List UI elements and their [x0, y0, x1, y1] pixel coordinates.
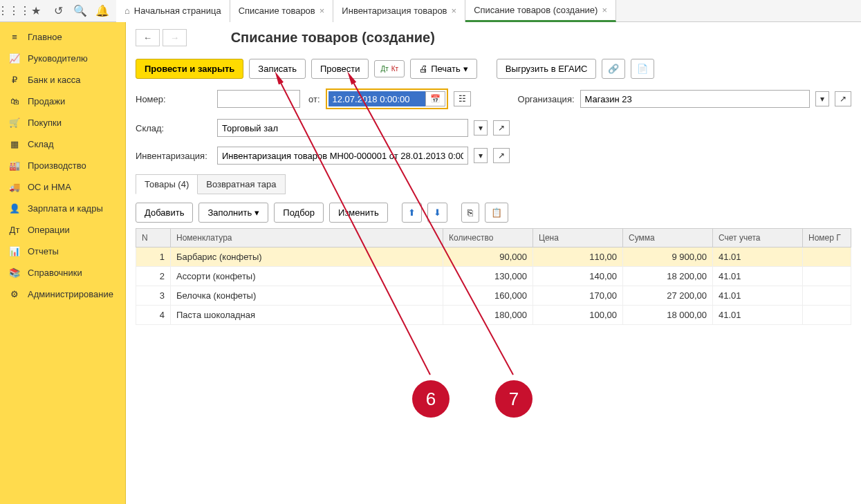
- fill-button[interactable]: Заполнить ▾: [198, 203, 268, 223]
- tab[interactable]: Списание товаров×: [230, 0, 334, 22]
- warehouse-open-icon[interactable]: ↗: [493, 120, 510, 136]
- post-button[interactable]: Провести: [311, 59, 369, 79]
- cell[interactable]: 90,000: [443, 248, 533, 267]
- sidebar-item[interactable]: 🛍Продажи: [0, 91, 125, 112]
- sidebar-item[interactable]: 👤Зарплата и кадры: [0, 198, 125, 219]
- col-nomenclature[interactable]: Номенклатура: [171, 229, 443, 248]
- tab-label: Списание товаров (создание): [474, 5, 598, 15]
- cell[interactable]: 41.01: [713, 306, 803, 325]
- table-row[interactable]: 3Белочка (конфеты)160,000170,0027 200,00…: [136, 286, 851, 306]
- forward-button[interactable]: →: [163, 29, 187, 46]
- warehouse-dropdown-icon[interactable]: ▾: [474, 120, 488, 136]
- sidebar-item[interactable]: ₽Банк и касса: [0, 69, 125, 91]
- back-button[interactable]: ←: [136, 29, 160, 46]
- apps-icon[interactable]: ⋮⋮⋮: [6, 3, 22, 19]
- cell[interactable]: 9 900,00: [623, 248, 713, 267]
- tab[interactable]: Инвентаризация товаров×: [333, 0, 465, 22]
- table-row[interactable]: 2Ассорти (конфеты)130,000140,0018 200,00…: [136, 267, 851, 286]
- move-up-button[interactable]: ⬆: [402, 203, 422, 223]
- date-input[interactable]: [328, 91, 425, 106]
- add-button[interactable]: Добавить: [136, 203, 193, 223]
- cell[interactable]: [803, 306, 851, 325]
- col-qty[interactable]: Количество: [443, 229, 533, 248]
- cell[interactable]: 18 200,00: [623, 267, 713, 286]
- paste-button[interactable]: 📋: [485, 203, 508, 223]
- col-n[interactable]: N: [136, 229, 171, 248]
- table-row[interactable]: 4Паста шоколадная180,000100,0018 000,004…: [136, 306, 851, 325]
- org-open-icon[interactable]: ↗: [835, 91, 851, 106]
- number-input[interactable]: [217, 90, 300, 108]
- dtkt-button[interactable]: ДтКт: [374, 60, 405, 77]
- star-icon[interactable]: ★: [28, 3, 44, 19]
- report-button[interactable]: 📄: [631, 59, 654, 79]
- move-down-button[interactable]: ⬇: [427, 203, 447, 223]
- date-extra-button[interactable]: ☷: [454, 91, 471, 106]
- org-input[interactable]: [580, 90, 810, 108]
- cell[interactable]: 180,000: [443, 306, 533, 325]
- cell[interactable]: Паста шоколадная: [171, 306, 443, 325]
- egais-button[interactable]: Выгрузить в ЕГАИС: [497, 59, 597, 79]
- post-close-button[interactable]: Провести и закрыть: [136, 59, 243, 79]
- sidebar-item[interactable]: 📊Отчеты: [0, 241, 125, 262]
- inventory-open-icon[interactable]: ↗: [493, 148, 510, 163]
- cell[interactable]: 140,00: [533, 267, 623, 286]
- inner-tab[interactable]: Возвратная тара: [197, 174, 285, 194]
- history-icon[interactable]: ↺: [50, 3, 66, 19]
- col-sum[interactable]: Сумма: [623, 229, 713, 248]
- close-icon[interactable]: ×: [320, 6, 325, 16]
- sidebar-label: Покупки: [28, 118, 62, 128]
- cell[interactable]: Белочка (конфеты): [171, 286, 443, 306]
- col-gtd[interactable]: Номер Г: [803, 229, 851, 248]
- cell[interactable]: 100,00: [533, 306, 623, 325]
- sidebar-item[interactable]: 🏭Производство: [0, 155, 125, 176]
- inner-tab[interactable]: Товары (4): [136, 174, 198, 194]
- warehouse-input[interactable]: [217, 119, 468, 137]
- sidebar-item[interactable]: ≡Главное: [0, 26, 125, 48]
- sidebar-item[interactable]: ДтОперации: [0, 219, 125, 241]
- sidebar-item[interactable]: 🛒Покупки: [0, 112, 125, 133]
- sidebar-item[interactable]: ▦Склад: [0, 133, 125, 155]
- table-row[interactable]: 1Барбарис (конфеты)90,000110,009 900,004…: [136, 248, 851, 267]
- cell[interactable]: Ассорти (конфеты): [171, 267, 443, 286]
- cell[interactable]: 130,000: [443, 267, 533, 286]
- cell[interactable]: 18 000,00: [623, 306, 713, 325]
- sidebar-item[interactable]: 📈Руководителю: [0, 48, 125, 69]
- cell[interactable]: 3: [136, 286, 171, 306]
- top-toolbar: ⋮⋮⋮ ★ ↺ 🔍 🔔 ⌂Начальная страницаСписание …: [0, 0, 861, 22]
- cell[interactable]: [803, 267, 851, 286]
- save-button[interactable]: Записать: [249, 59, 306, 79]
- cell[interactable]: 170,00: [533, 286, 623, 306]
- copy-button[interactable]: ⎘: [461, 203, 479, 223]
- close-icon[interactable]: ×: [602, 5, 607, 15]
- cell[interactable]: 160,000: [443, 286, 533, 306]
- col-price[interactable]: Цена: [533, 229, 623, 248]
- cell[interactable]: 2: [136, 267, 171, 286]
- cell[interactable]: 1: [136, 248, 171, 267]
- tab[interactable]: Списание товаров (создание)×: [465, 0, 616, 22]
- cell[interactable]: 110,00: [533, 248, 623, 267]
- link-button[interactable]: 🔗: [602, 59, 625, 79]
- bell-icon[interactable]: 🔔: [94, 3, 111, 19]
- sidebar-item[interactable]: 📚Справочники: [0, 262, 125, 283]
- pick-button[interactable]: Подбор: [274, 203, 324, 223]
- cell[interactable]: 27 200,00: [623, 286, 713, 306]
- org-dropdown-icon[interactable]: ▾: [815, 91, 829, 106]
- tab[interactable]: ⌂Начальная страница: [116, 0, 230, 22]
- cell[interactable]: 41.01: [713, 286, 803, 306]
- cell[interactable]: Барбарис (конфеты): [171, 248, 443, 267]
- cell[interactable]: 41.01: [713, 267, 803, 286]
- cell[interactable]: [803, 248, 851, 267]
- cell[interactable]: 41.01: [713, 248, 803, 267]
- change-button[interactable]: Изменить: [329, 203, 388, 223]
- sidebar-item[interactable]: ⚙Администрирование: [0, 283, 125, 305]
- cell[interactable]: [803, 286, 851, 306]
- calendar-icon[interactable]: 📅: [425, 91, 445, 106]
- cell[interactable]: 4: [136, 306, 171, 325]
- inventory-input[interactable]: [217, 147, 468, 165]
- print-button[interactable]: 🖨 Печать ▾: [410, 59, 477, 79]
- close-icon[interactable]: ×: [452, 6, 457, 16]
- col-account[interactable]: Счет учета: [713, 229, 803, 248]
- inventory-dropdown-icon[interactable]: ▾: [474, 148, 488, 163]
- search-icon[interactable]: 🔍: [72, 3, 89, 19]
- sidebar-item[interactable]: 🚚ОС и НМА: [0, 176, 125, 198]
